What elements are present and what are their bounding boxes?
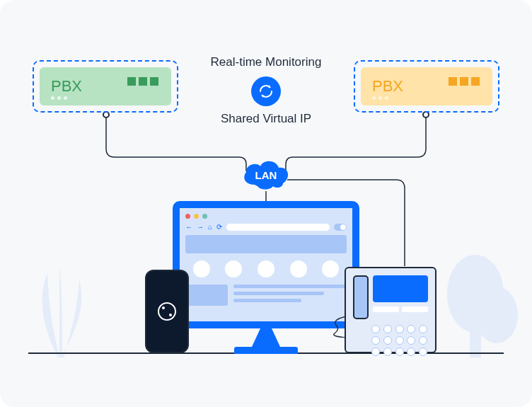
pbx-device: PBX	[40, 67, 171, 105]
pbx-node-primary: PBX	[33, 60, 178, 113]
page-avatars	[185, 260, 347, 277]
browser-nav: ← → ⌂ ⟳	[185, 223, 347, 231]
status-dots	[51, 96, 67, 100]
back-icon: ←	[185, 223, 192, 231]
svg-point-0	[103, 112, 109, 117]
refresh-icon: ⟳	[216, 223, 222, 231]
handset	[353, 275, 369, 319]
ip-phone-device	[345, 267, 436, 353]
pbx-node-secondary: PBX	[354, 60, 499, 113]
status-dots	[372, 96, 388, 100]
window-controls	[185, 214, 347, 219]
app-logo-icon	[158, 302, 176, 321]
toggle-switch	[334, 224, 347, 231]
mobile-client	[145, 270, 189, 353]
page-content	[185, 285, 347, 306]
heading-monitoring: Real-time Monitoring	[195, 55, 337, 69]
keypad	[371, 325, 428, 356]
svg-point-3	[475, 287, 518, 343]
cloud-label: LAN	[255, 169, 277, 181]
home-icon: ⌂	[208, 223, 212, 231]
page-hero	[185, 235, 347, 253]
pbx-label: PBX	[51, 77, 82, 96]
phone-cord	[332, 316, 346, 338]
plant-decoration-left	[8, 216, 115, 357]
pbx-device: PBX	[361, 67, 492, 105]
indicator-squares	[449, 77, 480, 86]
phone-display	[373, 275, 428, 302]
lan-cloud: LAN	[239, 156, 293, 193]
url-bar	[226, 224, 330, 231]
pbx-label: PBX	[372, 77, 403, 96]
forward-icon: →	[197, 223, 204, 231]
sync-icon	[251, 76, 281, 106]
diagram-canvas: PBX PBX Real-time Monitoring Shared Virt…	[0, 0, 532, 407]
plant-decoration-right	[433, 230, 525, 357]
svg-point-1	[423, 112, 429, 117]
browser-window: ← → ⌂ ⟳	[173, 201, 359, 328]
heading-shared-ip: Shared Virtual IP	[195, 112, 337, 126]
indicator-squares	[127, 77, 158, 86]
